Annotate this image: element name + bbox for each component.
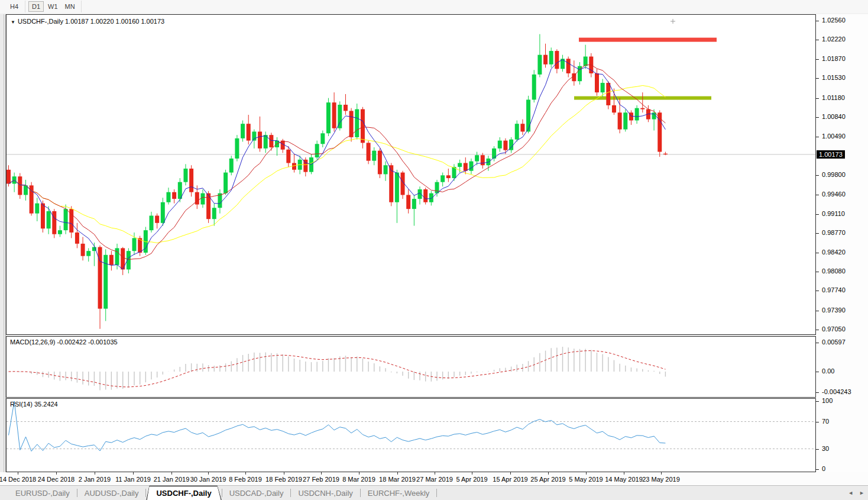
candle-body <box>98 247 102 309</box>
candle-body <box>601 83 605 92</box>
candle-body <box>229 159 234 173</box>
rsi-label: RSI(14) 35.2424 <box>10 401 58 408</box>
tab-usdcnh-daily[interactable]: USDCNH-,Daily <box>291 486 359 500</box>
date-tick <box>661 472 662 475</box>
candle-body <box>81 244 85 256</box>
price-tick-label: 1.00490 <box>822 133 846 140</box>
date-tick <box>435 472 435 475</box>
candle-body <box>429 193 433 202</box>
price-tick-label: 1.00840 <box>822 113 846 120</box>
candle-body <box>635 108 639 121</box>
candle-body <box>584 57 588 66</box>
candle-body <box>172 192 176 199</box>
candle-body <box>498 141 502 149</box>
tab-eurusd-daily[interactable]: EURUSD-,Daily <box>8 486 77 500</box>
rsi-value: 35.2424 <box>34 401 58 408</box>
toolbar-separator <box>25 1 25 12</box>
date-label: 18 Feb 2019 <box>265 476 302 483</box>
candle-body <box>161 202 165 223</box>
date-tick <box>624 472 624 475</box>
date-label: 5 May 2019 <box>569 476 603 483</box>
macd-signal-line <box>9 351 666 387</box>
candle-body <box>537 55 542 75</box>
candle-body <box>195 192 199 205</box>
candle-body <box>183 169 187 182</box>
date-tick <box>18 472 18 475</box>
left-splitter[interactable] <box>0 14 6 472</box>
candle-body <box>35 204 39 214</box>
resistance-zone <box>579 38 717 42</box>
candle-body <box>384 165 388 174</box>
candle-body <box>464 163 468 170</box>
price-tick-label: 0.99460 <box>822 191 846 198</box>
price-tick <box>816 272 819 272</box>
trading-terminal-window: H4D1W1MN ▼USDCHF-,Daily 1.00187 1.00220 … <box>0 0 868 500</box>
date-label: 5 Apr 2019 <box>456 476 487 483</box>
rsi-canvas[interactable] <box>7 399 815 472</box>
symbol-dropdown-icon[interactable]: ▼ <box>11 20 15 25</box>
price-chart-panel[interactable]: ▼USDCHF-,Daily 1.00187 1.00220 1.00160 1… <box>6 14 816 335</box>
macd-panel[interactable]: MACD(12,26,9) -0.002422 -0.001035 <box>6 336 816 398</box>
candle-body <box>115 248 119 264</box>
date-tick <box>133 472 134 475</box>
timeframe-button-h4[interactable]: H4 <box>7 1 22 12</box>
candle-body <box>212 208 216 219</box>
rsi-tick-label: 0 <box>822 465 825 472</box>
candle-body <box>623 112 627 129</box>
candle-body <box>349 111 354 137</box>
rsi-tick <box>816 422 819 422</box>
ma-mid-line <box>9 65 666 260</box>
rsi-tick-label: 70 <box>822 418 829 425</box>
candle-body <box>549 51 553 64</box>
macd-tick-label: 0.00 <box>822 367 834 375</box>
date-label: 18 Mar 2019 <box>379 476 416 483</box>
macd-tick <box>816 392 819 393</box>
candle-body <box>200 193 205 205</box>
date-label: 24 Dec 2018 <box>38 476 75 483</box>
timeframe-toolbar: H4D1W1MN <box>0 0 868 13</box>
tab-separator <box>436 489 437 497</box>
candle-body <box>41 204 45 229</box>
price-tick-label: 0.99800 <box>822 171 846 178</box>
candle-body <box>412 199 416 209</box>
macd-canvas[interactable] <box>7 337 815 397</box>
date-tick <box>321 472 322 475</box>
tab-audusd-daily[interactable]: AUDUSD-,Daily <box>77 486 146 500</box>
date-tick <box>95 472 95 475</box>
candle-body <box>543 55 548 64</box>
candle-body <box>481 155 485 165</box>
tab-usdchf-daily[interactable]: USDCHF-,Daily <box>146 486 221 500</box>
tabs-scroll-right-icon[interactable]: ► <box>859 490 864 496</box>
timeframe-button-mn[interactable]: MN <box>62 1 78 12</box>
timeframe-button-d1[interactable]: D1 <box>28 1 44 12</box>
candle-body <box>320 133 325 144</box>
price-tick-label: 1.01180 <box>822 94 845 101</box>
tab-usdcad-daily[interactable]: USDCAD-,Daily <box>222 486 291 500</box>
candle-body <box>58 230 62 234</box>
date-label: 27 Mar 2019 <box>416 476 453 483</box>
price-tick <box>816 291 819 291</box>
tabs-scroll-left-icon[interactable]: ◄ <box>848 490 853 496</box>
candle-body <box>241 124 245 138</box>
date-label: 30 Jan 2019 <box>190 476 226 483</box>
tab-eurchf-weekly[interactable]: EURCHF-,Weekly <box>361 486 437 500</box>
candle-body <box>355 109 359 137</box>
candle-body <box>606 83 610 105</box>
macd-tick <box>816 372 819 372</box>
price-axis: 1.025601.022201.018701.015301.011801.008… <box>816 14 868 472</box>
rsi-tick <box>816 401 819 402</box>
candle-body <box>458 163 462 167</box>
candle-body <box>326 102 331 133</box>
candle-body <box>309 157 313 172</box>
chart-tabs-bar: EURUSD-,DailyAUDUSD-,DailyUSDCHF-,DailyU… <box>0 485 868 500</box>
candle-body <box>612 105 616 112</box>
main-chart-canvas[interactable] <box>7 15 815 334</box>
candle-body <box>663 154 668 154</box>
candle-body <box>52 211 56 234</box>
rsi-panel[interactable]: RSI(14) 35.2424 <box>6 398 816 472</box>
candle-body <box>469 162 473 171</box>
timeframe-button-w1[interactable]: W1 <box>45 1 61 12</box>
date-tick <box>284 472 284 475</box>
rsi-tick <box>816 469 819 470</box>
toolbar-separator <box>81 1 82 12</box>
